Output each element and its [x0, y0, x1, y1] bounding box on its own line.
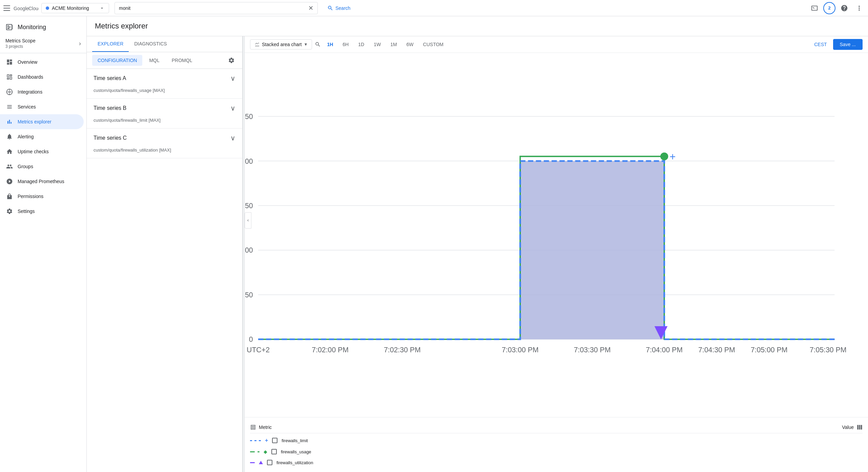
usage-line-icon — [250, 451, 260, 452]
legend-table-icon — [250, 424, 256, 430]
time-series-a-item: Time series A ∨ custom/quota/firewalls_u… — [87, 69, 242, 99]
project-selector[interactable]: ACME Monitoring — [41, 3, 109, 13]
hamburger-menu-icon[interactable] — [3, 4, 11, 12]
config-gear-button[interactable] — [226, 55, 237, 66]
collapse-panel-button[interactable] — [245, 212, 251, 229]
topbar-right: 2 — [808, 2, 865, 14]
limit-line-icon — [250, 440, 261, 441]
metrics-scope-chevron-icon: › — [79, 40, 81, 47]
time-series-b-header[interactable]: Time series B ∨ — [87, 99, 242, 118]
save-button[interactable]: Save ... — [833, 39, 863, 50]
time-series-a-title: Time series A — [94, 75, 126, 81]
tab-explorer[interactable]: EXPLORER — [92, 36, 129, 52]
topbar-left: Google Cloud — [3, 4, 41, 12]
config-tab-promql[interactable]: PROMQL — [166, 55, 198, 66]
google-cloud-logo: Google Cloud — [14, 4, 39, 12]
chart-svg: 0 50 100 150 200 250 — [258, 58, 848, 417]
help-icon[interactable] — [838, 2, 850, 14]
time-btn-1w[interactable]: 1W — [370, 40, 384, 49]
sidebar-item-integrations[interactable]: Integrations — [0, 84, 84, 99]
metrics-scope-item[interactable]: Metrics Scope 3 projects › — [0, 35, 86, 52]
legend-checkbox-usage[interactable] — [271, 449, 277, 454]
svg-text:Google: Google — [14, 6, 29, 11]
chart-type-dropdown-icon: ▼ — [304, 42, 308, 47]
legend-columns-icon — [856, 424, 863, 430]
clear-search-icon[interactable]: ✕ — [308, 4, 313, 12]
stacked-area-chart — [520, 161, 664, 339]
sidebar-item-alerting-label: Alerting — [18, 134, 34, 139]
time-btn-1m[interactable]: 1M — [387, 40, 400, 49]
time-series-c-header[interactable]: Time series C ∨ — [87, 129, 242, 148]
sidebar-item-overview[interactable]: Overview — [0, 55, 84, 70]
legend-header: Metric Value — [250, 421, 863, 433]
sidebar-item-services[interactable]: Services — [0, 99, 84, 114]
time-btn-custom[interactable]: CUSTOM — [420, 40, 447, 49]
config-tab-mql[interactable]: MQL — [144, 55, 165, 66]
main-content: Metrics explorer EXPLORER DIAGNOSTICS — [87, 16, 868, 472]
permissions-icon — [5, 192, 14, 200]
y-label-200: 200 — [245, 157, 253, 165]
dropdown-arrow-icon — [99, 5, 105, 11]
chart-type-selector[interactable]: Stacked area chart ▼ — [250, 39, 312, 50]
time-series-c-item: Time series C ∨ custom/quota/firewalls_u… — [87, 129, 242, 158]
x-label-70230: 7:02:30 PM — [384, 346, 421, 354]
y-label-100: 100 — [245, 246, 253, 254]
time-series-c-metric: custom/quota/firewalls_utilization [MAX] — [87, 148, 242, 158]
topbar: Google Cloud ACME Monitoring ✕ Search 2 — [0, 0, 868, 16]
time-series-b-metric: custom/quota/firewalls_limit [MAX] — [87, 118, 242, 128]
google-logo-svg: Google Cloud — [14, 4, 39, 12]
integrations-icon — [5, 88, 14, 96]
search-button[interactable]: Search — [323, 3, 354, 13]
metrics-scope-subtitle: 3 projects — [5, 44, 36, 49]
x-label-70530: 7:05:30 PM — [810, 346, 847, 354]
x-label-70330: 7:03:30 PM — [574, 346, 611, 354]
settings-icon — [5, 207, 14, 215]
sidebar-item-permissions-label: Permissions — [18, 194, 43, 199]
sidebar-header: Monitoring — [0, 19, 86, 35]
sidebar-item-uptime[interactable]: Uptime checks — [0, 144, 84, 159]
console-icon[interactable] — [808, 2, 821, 14]
notifications-icon[interactable]: 2 — [823, 2, 835, 14]
sidebar-item-permissions[interactable]: Permissions — [0, 189, 84, 204]
time-btn-1d[interactable]: 1D — [355, 40, 368, 49]
managed-prometheus-icon — [5, 177, 14, 185]
dashboards-icon — [5, 73, 14, 81]
legend-row-usage: ◆ firewalls_usage — [250, 446, 863, 457]
time-btn-1h[interactable]: 1H — [324, 40, 336, 49]
x-label-702: 7:02:00 PM — [312, 346, 349, 354]
time-btn-6w[interactable]: 6W — [403, 40, 417, 49]
chart-search-icon[interactable] — [315, 41, 321, 47]
sidebar-item-settings[interactable]: Settings — [0, 204, 84, 219]
time-series-a-header[interactable]: Time series A ∨ — [87, 69, 242, 88]
config-tab-configuration[interactable]: CONFIGURATION — [92, 55, 142, 66]
tab-diagnostics[interactable]: DIAGNOSTICS — [129, 36, 172, 52]
sidebar-item-groups[interactable]: Groups — [0, 159, 84, 174]
metrics-explorer-icon — [5, 118, 14, 126]
groups-icon — [5, 162, 14, 171]
x-label-utc: UTC+2 — [247, 346, 270, 354]
time-btn-6h[interactable]: 6H — [339, 40, 352, 49]
svg-rect-3 — [857, 425, 859, 430]
svg-point-2 — [9, 91, 11, 93]
sidebar-item-metrics-explorer[interactable]: Metrics explorer — [0, 114, 84, 129]
search-input[interactable] — [119, 5, 308, 11]
search-label: Search — [335, 5, 350, 11]
metrics-scope-title: Metrics Scope — [5, 38, 36, 43]
stacked-area-icon — [254, 42, 260, 47]
timezone-button[interactable]: CEST — [811, 40, 830, 49]
services-icon — [5, 103, 14, 111]
legend-checkbox-utilization[interactable] — [267, 460, 272, 465]
time-series-panel: Time series A ∨ custom/quota/firewalls_u… — [87, 69, 242, 472]
sidebar-item-managed-prometheus[interactable]: Managed Prometheus — [0, 174, 84, 189]
time-series-b-title: Time series B — [94, 105, 126, 111]
time-series-a-metric: custom/quota/firewalls_usage [MAX] — [87, 88, 242, 98]
x-label-704: 7:04:00 PM — [646, 346, 683, 354]
legend-label-usage: firewalls_usage — [281, 449, 311, 454]
content-area: EXPLORER DIAGNOSTICS CONFIGURATION MQL — [87, 36, 868, 472]
page-header: Metrics explorer — [87, 16, 868, 36]
sidebar-item-dashboards[interactable]: Dashboards — [0, 70, 84, 84]
legend-checkbox-limit[interactable] — [272, 438, 277, 443]
sidebar-item-alerting[interactable]: Alerting — [0, 129, 84, 144]
more-options-icon[interactable] — [853, 2, 865, 14]
x-label-70430: 7:04:30 PM — [698, 346, 735, 354]
